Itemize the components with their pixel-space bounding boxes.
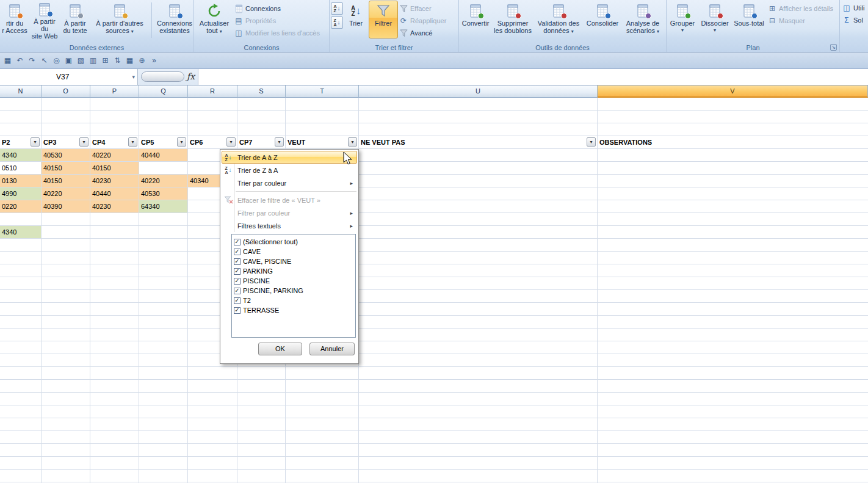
filter-value-item[interactable]: ✓CAVE, PISCINE <box>234 256 353 266</box>
filter-value-item[interactable]: ✓PISCINE <box>234 276 353 286</box>
cell-Q-row4[interactable]: 40440 <box>139 149 187 161</box>
cell-N-row8[interactable]: 0220 <box>0 200 41 212</box>
filter-dropdown-button-CP6[interactable]: ▾ <box>226 137 236 147</box>
consolidate-button[interactable]: Consolider <box>585 1 620 38</box>
filter-value-item[interactable]: ✓(Sélectionner tout) <box>234 237 353 247</box>
cell-N-row10[interactable]: 4340 <box>0 226 41 238</box>
table-menu-icon[interactable]: ▦ <box>2 55 13 67</box>
column-header-U[interactable]: U <box>359 85 598 98</box>
table-icon[interactable]: ⊞ <box>100 55 110 67</box>
partial-right-button-2[interactable]: Σ Sol <box>842 15 868 25</box>
reapply-button[interactable]: ⟳ Réappliquer <box>399 16 458 26</box>
hide-detail-button[interactable]: ⊟ Masquer <box>767 16 839 26</box>
column-header-V[interactable]: V <box>598 85 868 98</box>
filter-header-NE VEUT PAS[interactable]: NE VEUT PAS▾ <box>359 136 597 148</box>
sort-icon[interactable]: ⇅ <box>112 55 123 67</box>
from-web-button[interactable]: À partir du site Web <box>29 1 60 38</box>
existing-connections-button[interactable]: Connexions existantes <box>154 1 195 38</box>
cell-N-row7[interactable]: 4990 <box>0 187 41 200</box>
checkbox[interactable]: ✓ <box>234 268 241 275</box>
filter-dropdown-button-CP3[interactable]: ▾ <box>79 137 89 147</box>
column-header-P[interactable]: P <box>90 85 139 98</box>
checkbox[interactable]: ✓ <box>234 297 241 304</box>
filter-dropdown-button-VEUT[interactable]: ▾ <box>348 137 357 147</box>
chart-icon[interactable]: ▥ <box>88 55 98 67</box>
filter-dropdown-button-CP7[interactable]: ▾ <box>275 137 284 147</box>
cell-N-row4[interactable]: 4340 <box>0 149 41 161</box>
sort-za-button[interactable]: ZA↓ <box>331 16 343 29</box>
column-header-S[interactable]: S <box>237 85 286 98</box>
sheet-grid[interactable]: P2▾CP3▾CP4▾CP5▾CP6▾CP7▾VEUT▾NE VEUT PAS▾… <box>0 98 868 483</box>
filter-value-item[interactable]: ✓TERRASSE <box>234 305 353 315</box>
checkbox[interactable]: ✓ <box>234 307 241 314</box>
text-to-columns-button[interactable]: Convertir <box>460 1 491 38</box>
filter-header-OBSERVATIONS[interactable]: OBSERVATIONS <box>598 136 867 148</box>
filter-value-item[interactable]: ✓T2 <box>234 296 353 305</box>
cell-P-row8[interactable]: 40230 <box>90 200 139 212</box>
from-text-button[interactable]: À partir du texte <box>61 1 89 38</box>
partial-right-button-1[interactable]: ◫ Utili <box>842 3 868 13</box>
menu-item[interactable]: Effacer le filtre de « VEUT » <box>222 194 357 206</box>
filter-value-item[interactable]: ✓PISCINE, PARKING <box>234 286 353 296</box>
formula-input[interactable] <box>198 69 868 85</box>
group-button[interactable]: Grouper ▾ <box>668 1 697 38</box>
column-header-O[interactable]: O <box>42 85 90 98</box>
cell-P-row4[interactable]: 40220 <box>90 149 139 161</box>
filter-dropdown-button-NE VEUT PAS[interactable]: ▾ <box>587 137 596 147</box>
borders-icon[interactable]: ▦ <box>125 55 135 67</box>
show-detail-button[interactable]: ⊞ Afficher les détails <box>767 4 839 13</box>
cell-P-row5[interactable]: 40150 <box>90 162 139 174</box>
redo-icon[interactable]: ↷ <box>27 55 37 67</box>
column-header-T[interactable]: T <box>286 85 359 98</box>
subtotal-button[interactable]: Sous-total <box>732 1 765 38</box>
name-box[interactable]: V37 ▾ <box>0 69 138 85</box>
checkbox[interactable]: ✓ <box>234 249 241 255</box>
from-access-button[interactable]: rtir du r Access <box>1 1 28 38</box>
menu-item[interactable]: Filtres textuels▸ <box>222 219 357 232</box>
what-if-analysis-button[interactable]: Analyse de scénarios ▾ <box>623 1 663 38</box>
column-header-N[interactable]: N <box>0 85 42 98</box>
menu-item[interactable]: ZA↓Trier de Z à A <box>222 164 357 176</box>
cell-O-row4[interactable]: 40530 <box>42 149 90 161</box>
menu-item[interactable]: Trier par couleur▸ <box>222 176 357 189</box>
cell-Q-row8[interactable]: 64340 <box>139 200 187 212</box>
formula-bar-splitter[interactable] <box>141 71 184 82</box>
advanced-filter-button[interactable]: Avancé <box>399 28 458 38</box>
dialog-launcher-icon[interactable]: ↘ <box>830 44 837 51</box>
cell-O-row8[interactable]: 40390 <box>42 200 90 212</box>
cell-Q-row6[interactable]: 40220 <box>139 175 187 187</box>
filter-values-listbox[interactable]: ✓(Sélectionner tout)✓CAVE✓CAVE, PISCINE✓… <box>231 234 356 338</box>
from-other-sources-button[interactable]: À partir d'autres sources ▾ <box>90 1 150 38</box>
cell-P-row7[interactable]: 40440 <box>90 187 139 200</box>
picture-icon[interactable]: ▧ <box>76 55 86 67</box>
filter-dropdown-button-CP5[interactable]: ▾ <box>177 137 186 147</box>
menu-item[interactable]: AZ↓Trier de A à Z <box>222 151 357 164</box>
filter-button[interactable]: Filtrer <box>369 1 398 38</box>
insert-function-icon[interactable]: ƒx <box>187 71 195 81</box>
cell-Q-row7[interactable]: 40530 <box>139 187 187 200</box>
filter-header-CP3[interactable]: CP3▾ <box>42 136 90 148</box>
camera-icon[interactable]: ▣ <box>63 55 74 67</box>
cell-N-row6[interactable]: 0130 <box>0 175 41 187</box>
pointer-icon[interactable]: ↖ <box>39 55 49 67</box>
refresh-all-button[interactable]: Actualiser tout ▾ <box>195 1 233 38</box>
column-header-R[interactable]: R <box>188 85 237 98</box>
cell-P-row6[interactable]: 40230 <box>90 175 139 187</box>
properties-button[interactable]: ▤ Propriétés <box>234 16 325 26</box>
filter-dropdown-button-P2[interactable]: ▾ <box>31 137 40 147</box>
filter-header-CP4[interactable]: CP4▾ <box>90 136 139 148</box>
filter-header-CP7[interactable]: CP7▾ <box>237 136 285 148</box>
more-commands-icon[interactable]: » <box>149 55 159 67</box>
checkbox[interactable]: ✓ <box>234 288 241 294</box>
edit-links-button[interactable]: ◫ Modifier les liens d'accès <box>234 28 325 38</box>
menu-item[interactable]: Filtrer par couleur▸ <box>222 206 357 219</box>
target-icon[interactable]: ◎ <box>51 55 62 67</box>
ungroup-button[interactable]: Dissocier ▾ <box>699 1 731 38</box>
filter-value-item[interactable]: ✓CAVE <box>234 247 353 256</box>
undo-icon[interactable]: ↶ <box>15 55 25 67</box>
cancel-button[interactable]: Annuler <box>309 343 355 355</box>
remove-duplicates-button[interactable]: Supprimer les doublons <box>493 1 532 38</box>
clear-filter-ribbon-button[interactable]: Effacer <box>399 4 458 13</box>
filter-value-item[interactable]: ✓PARKING <box>234 266 353 276</box>
ok-button[interactable]: OK <box>258 343 302 355</box>
